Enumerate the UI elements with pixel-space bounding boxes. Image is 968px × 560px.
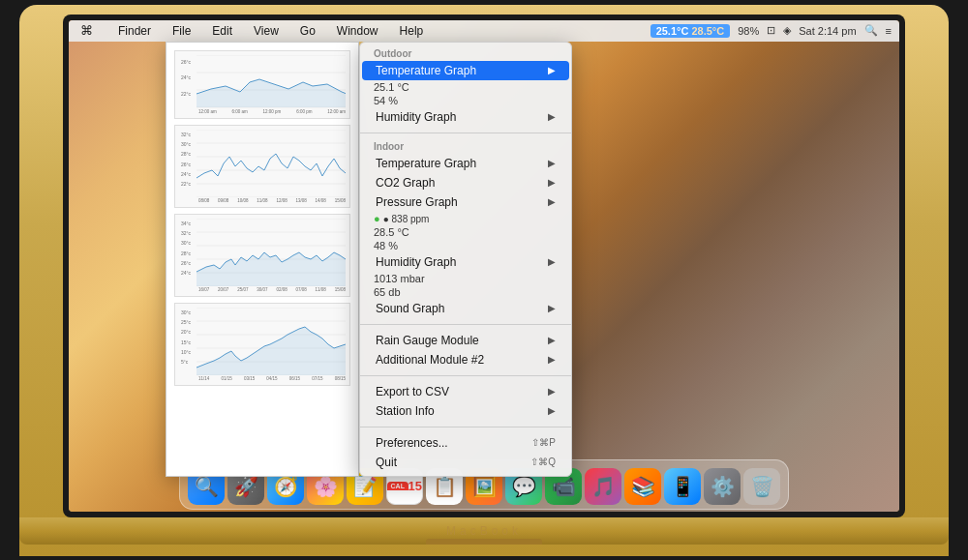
db-display: 65 db xyxy=(360,285,571,299)
chart3-x-labels: 16/0720/0725/0730/07 02/0807/0811/0815/0… xyxy=(198,287,346,292)
chart4-y-labels: 30°c 25°c 20°c 15°c 10°c 5°c xyxy=(181,309,191,366)
submenu-arrow-indoor-temp: ▶ xyxy=(548,158,556,168)
export-section: Export to CSV ▶ Station Info ▶ xyxy=(360,378,571,425)
macbook-notch xyxy=(426,539,542,545)
file-menu[interactable]: File xyxy=(168,22,195,40)
finder-menu[interactable]: Finder xyxy=(114,22,155,40)
station-info-item[interactable]: Station Info ▶ xyxy=(362,401,569,421)
temperature-graph-item[interactable]: Temperature Graph ▶ xyxy=(362,61,569,80)
outdoor-section: Outdoor Temperature Graph ▶ 25.1 °C 54 %… xyxy=(360,43,571,131)
outdoor-temp-value: 25.1 °C xyxy=(360,80,571,94)
pressure-display: 1013 mbar xyxy=(360,272,571,285)
separator-3 xyxy=(360,375,571,376)
wifi-icon: ◈ xyxy=(783,24,791,37)
indoor-temp-display: 28.5 °C xyxy=(360,225,571,239)
chart-daily-temp: 26°c 24°c 22°c xyxy=(174,50,350,119)
rain-gauge-item[interactable]: Rain Gauge Module ▶ xyxy=(362,331,569,350)
submenu-arrow-export: ▶ xyxy=(548,386,556,397)
co2-dot: ● xyxy=(374,213,383,224)
chart3-svg xyxy=(197,219,346,286)
chart1-y-labels: 26°c 24°c 22°c xyxy=(181,59,191,97)
desktop-content: 26°c 24°c 22°c xyxy=(69,42,899,512)
screen: ⌘ Finder File Edit View Go Window Help 2… xyxy=(69,20,899,512)
preferences-item[interactable]: Preferences... ⇧⌘P xyxy=(362,433,569,453)
outdoor-temp-display[interactable]: 25.1°C 28.5°C xyxy=(650,24,731,38)
separator-2 xyxy=(360,324,571,325)
macbook-outer: ⌘ Finder File Edit View Go Window Help 2… xyxy=(19,5,949,556)
edit-menu[interactable]: Edit xyxy=(208,22,236,40)
menubar: ⌘ Finder File Edit View Go Window Help 2… xyxy=(69,20,899,42)
chart4-svg xyxy=(197,308,346,375)
go-menu[interactable]: Go xyxy=(296,22,319,40)
submenu-arrow-pressure: ▶ xyxy=(548,196,556,207)
help-menu[interactable]: Help xyxy=(396,22,428,40)
menubar-left: ⌘ Finder File Edit View Go Window Help xyxy=(76,21,427,40)
submenu-arrow-sound: ▶ xyxy=(548,303,556,313)
submenu-arrow-indoor-humid: ▶ xyxy=(548,256,556,267)
submenu-arrow-temp: ▶ xyxy=(548,65,556,75)
outdoor-label: Outdoor xyxy=(360,46,571,61)
chart2-svg xyxy=(197,130,346,197)
time-display: Sat 2:14 pm xyxy=(799,25,856,37)
chart-monthly-temp: 34°c 32°c 30°c 28°c 26°c 24°c xyxy=(174,214,350,297)
chart1-svg xyxy=(197,55,346,108)
submenu-arrow-station: ▶ xyxy=(548,405,556,416)
indoor-humidity-graph-item[interactable]: Humidity Graph ▶ xyxy=(362,252,569,272)
chart4-x-labels: 11/1401/1503/1504/15 06/1507/1508/15 xyxy=(198,376,346,381)
chart-weekly-temp: 32°c 30°c 28°c 26°c 24°c 22°c xyxy=(174,125,350,208)
humidity-graph-item[interactable]: Humidity Graph ▶ xyxy=(362,107,569,127)
chart3-y-labels: 34°c 32°c 30°c 28°c 26°c 24°c xyxy=(181,221,191,277)
macbook-bottom: MacBook xyxy=(19,517,949,545)
dock-appstore[interactable]: 📱 xyxy=(664,468,701,505)
sound-graph-item[interactable]: Sound Graph ▶ xyxy=(362,299,569,318)
quit-shortcut: ⇧⌘Q xyxy=(530,457,556,467)
chart2-x-labels: 08/0809/0810/0811/08 12/0813/0814/0815/0… xyxy=(198,198,346,203)
modules-section: Rain Gauge Module ▶ Additional Module #2… xyxy=(360,327,571,373)
quit-item[interactable]: Quit ⇧⌘Q xyxy=(362,453,569,472)
dock-systemprefs[interactable]: ⚙️ xyxy=(704,468,741,505)
macbook-brand-label: MacBook xyxy=(446,524,522,538)
app-section: Preferences... ⇧⌘P Quit ⇧⌘Q xyxy=(360,429,571,476)
indoor-label: Indoor xyxy=(360,139,571,154)
indoor-humidity-display: 48 % xyxy=(360,239,571,252)
desktop-background: ⌘ Finder File Edit View Go Window Help 2… xyxy=(69,20,899,512)
export-csv-item[interactable]: Export to CSV ▶ xyxy=(362,382,569,401)
charts-panel: 26°c 24°c 22°c xyxy=(166,42,359,477)
apple-menu[interactable]: ⌘ xyxy=(76,21,97,40)
co2-graph-item[interactable]: CO2 Graph ▶ xyxy=(362,173,569,192)
battery-icon: ⊡ xyxy=(767,24,775,37)
submenu-arrow-co2: ▶ xyxy=(548,177,556,188)
screen-bezel: ⌘ Finder File Edit View Go Window Help 2… xyxy=(63,15,905,517)
dock-itunes[interactable]: 🎵 xyxy=(585,468,621,505)
view-menu[interactable]: View xyxy=(250,22,283,40)
humidity-display: 98% xyxy=(738,25,759,37)
indoor-temp-graph-item[interactable]: Temperature Graph ▶ xyxy=(362,154,569,173)
notification-icon[interactable]: ≡ xyxy=(886,25,892,37)
pressure-graph-item[interactable]: Pressure Graph ▶ xyxy=(362,192,569,212)
popup-container: 26°c 24°c 22°c xyxy=(166,42,572,477)
dropdown-menu: Outdoor Temperature Graph ▶ 25.1 °C 54 %… xyxy=(359,42,572,477)
dock-ibooks[interactable]: 📚 xyxy=(624,468,661,505)
window-menu[interactable]: Window xyxy=(333,22,382,40)
chart2-y-labels: 32°c 30°c 28°c 26°c 24°c 22°c xyxy=(181,132,191,188)
preferences-shortcut: ⇧⌘P xyxy=(531,437,556,448)
spotlight-icon[interactable]: 🔍 xyxy=(864,24,878,37)
menubar-right: 25.1°C 28.5°C 98% ⊡ ◈ Sat 2:14 pm 🔍 ≡ xyxy=(650,24,892,38)
chart1-x-labels: 12:00 am 6:00 am 12:00 pm 6:00 pm 12:00 … xyxy=(198,109,346,114)
submenu-arrow-rain: ▶ xyxy=(548,335,556,345)
outdoor-humidity-value: 54 % xyxy=(360,94,571,107)
separator-1 xyxy=(360,133,571,133)
separator-4 xyxy=(360,427,571,427)
co2-value: ● ● 838 ppm xyxy=(360,212,571,225)
dock-trash[interactable]: 🗑️ xyxy=(743,468,780,505)
chart-yearly-temp: 30°c 25°c 20°c 15°c 10°c 5°c xyxy=(174,303,350,386)
submenu-arrow-humid: ▶ xyxy=(548,111,556,122)
additional-module-item[interactable]: Additional Module #2 ▶ xyxy=(362,350,569,369)
submenu-arrow-additional: ▶ xyxy=(548,354,556,365)
indoor-section: Indoor Temperature Graph ▶ CO2 Graph ▶ xyxy=(360,135,571,322)
